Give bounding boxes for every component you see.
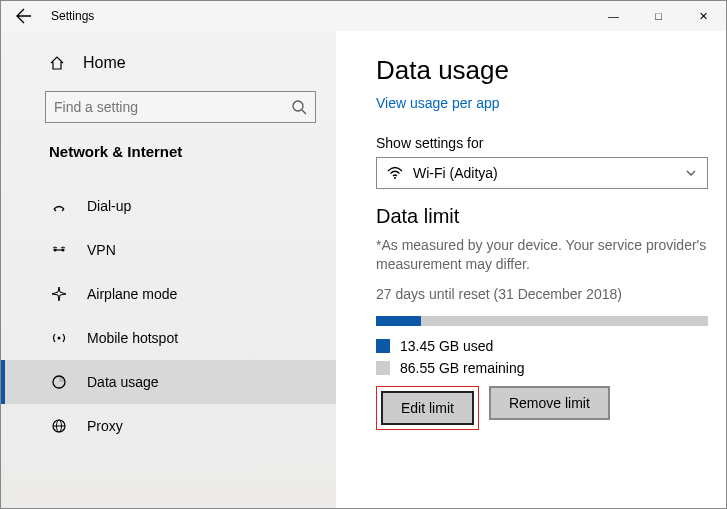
- network-name: Wi-Fi (Aditya): [413, 165, 498, 181]
- nav-proxy[interactable]: Proxy: [1, 404, 336, 448]
- section-title: Network & Internet: [1, 137, 336, 174]
- data-limit-heading: Data limit: [376, 205, 708, 228]
- swatch-used: [376, 339, 390, 353]
- swatch-remaining: [376, 361, 390, 375]
- home-nav[interactable]: Home: [1, 43, 336, 83]
- titlebar: Settings — □ ✕: [1, 1, 726, 31]
- svg-point-5: [58, 337, 61, 340]
- usage-bar-fill: [376, 316, 421, 326]
- home-icon: [49, 55, 69, 71]
- nav-label: Airplane mode: [87, 286, 177, 302]
- svg-line-1: [302, 110, 306, 114]
- maximize-button[interactable]: □: [636, 1, 681, 31]
- nav-vpn[interactable]: VPN: [1, 228, 336, 272]
- data-limit-note: *As measured by your device. Your servic…: [376, 236, 708, 274]
- back-button[interactable]: [1, 1, 47, 31]
- show-settings-label: Show settings for: [376, 135, 708, 151]
- nav-label: Dial-up: [87, 198, 131, 214]
- home-label: Home: [83, 54, 126, 72]
- airplane-icon: [49, 286, 69, 302]
- chevron-down-icon: [685, 167, 697, 179]
- network-select[interactable]: Wi-Fi (Aditya): [376, 157, 708, 189]
- vpn-icon: [49, 242, 69, 258]
- nav-label: Proxy: [87, 418, 123, 434]
- minimize-button[interactable]: —: [591, 1, 636, 31]
- highlight-box: Edit limit: [376, 386, 479, 430]
- window-title: Settings: [47, 9, 591, 23]
- nav-dialup[interactable]: Dial-up: [1, 184, 336, 228]
- reset-info: 27 days until reset (31 December 2018): [376, 286, 708, 302]
- nav-label: Mobile hotspot: [87, 330, 178, 346]
- search-input[interactable]: [45, 91, 316, 123]
- close-button[interactable]: ✕: [681, 1, 726, 31]
- usage-used: 13.45 GB used: [376, 338, 708, 354]
- remove-limit-button[interactable]: Remove limit: [489, 386, 610, 420]
- nav-data-usage[interactable]: Data usage: [1, 360, 336, 404]
- svg-point-10: [394, 177, 396, 179]
- proxy-icon: [49, 418, 69, 434]
- search-icon: [291, 99, 307, 115]
- usage-remaining: 86.55 GB remaining: [376, 360, 708, 376]
- hotspot-icon: [49, 330, 69, 346]
- svg-point-0: [293, 101, 303, 111]
- edit-limit-button[interactable]: Edit limit: [381, 391, 474, 425]
- main-content: Data usage View usage per app Show setti…: [336, 31, 726, 508]
- nav-airplane[interactable]: Airplane mode: [1, 272, 336, 316]
- nav-label: Data usage: [87, 374, 159, 390]
- remaining-text: 86.55 GB remaining: [400, 360, 525, 376]
- arrow-left-icon: [16, 8, 32, 24]
- usage-bar: [376, 316, 708, 326]
- nav-hotspot[interactable]: Mobile hotspot: [1, 316, 336, 360]
- view-per-app-link[interactable]: View usage per app: [376, 95, 500, 111]
- page-title: Data usage: [376, 55, 708, 86]
- data-usage-icon: [49, 374, 69, 390]
- search-field[interactable]: [54, 99, 291, 115]
- wifi-icon: [387, 166, 403, 180]
- nav-label: VPN: [87, 242, 116, 258]
- sidebar: Home Network & Internet Dial-up VPN Airp: [1, 31, 336, 508]
- dialup-icon: [49, 198, 69, 214]
- used-text: 13.45 GB used: [400, 338, 493, 354]
